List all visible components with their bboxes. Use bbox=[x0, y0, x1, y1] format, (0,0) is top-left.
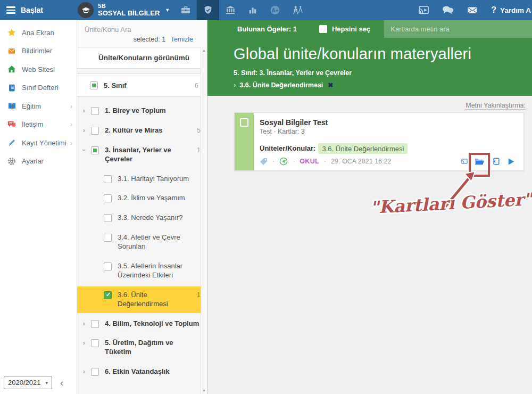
chevron-right-icon: › bbox=[234, 81, 236, 89]
tree-item-count: 1 bbox=[194, 291, 201, 299]
unit-search-input[interactable] bbox=[84, 25, 201, 34]
tree-scrollbar[interactable]: ▲ ▼ bbox=[201, 47, 207, 394]
sidebar-item-ana-ekran[interactable]: Ana Ekran bbox=[0, 23, 77, 42]
tree-checkbox[interactable] bbox=[91, 146, 99, 154]
annotation-text: "Kartları Göster" bbox=[360, 188, 532, 218]
chevron-right-icon[interactable]: › bbox=[77, 319, 91, 328]
chat-bubbles-icon[interactable] bbox=[442, 5, 454, 15]
chevron-right-icon[interactable]: › bbox=[77, 367, 91, 376]
tree-item-3-6-unite-degerlendirmesi[interactable]: 3.6. Ünite Değerlendirmesi1 bbox=[77, 286, 207, 313]
sidebar-item-i-letisim[interactable]: İletişim› bbox=[0, 116, 77, 134]
tree-item-label: 2. Kültür ve Miras bbox=[105, 126, 162, 135]
sidebar-item-label: Sınıf Defteri bbox=[22, 84, 72, 92]
tree-checkbox[interactable] bbox=[91, 339, 99, 347]
tag-icon[interactable] bbox=[260, 158, 268, 166]
page-title: Global ünite/konuların materyalleri bbox=[234, 45, 532, 63]
sidebar-item-kayit-yonetimi[interactable]: Kayıt Yönetimi› bbox=[0, 134, 77, 152]
cast-small-icon[interactable] bbox=[461, 158, 468, 165]
sidebar-item-label: Kayıt Yönetimi bbox=[22, 139, 70, 147]
sidebar-item-sinif-defteri[interactable]: Sınıf Defteri bbox=[0, 79, 77, 97]
card-checkbox[interactable] bbox=[240, 118, 248, 127]
sidebar-item-web-sitesi[interactable]: Web Sitesi bbox=[0, 60, 77, 79]
tree-checkbox[interactable] bbox=[91, 320, 99, 328]
chevron-right-icon[interactable]: › bbox=[77, 339, 91, 347]
tree-item-3-5-afetlerin-i-nsanlar-uzerindeki-etkileri[interactable]: 3.5. Afetlerin İnsanlar Üzerindeki Etkil… bbox=[77, 258, 207, 284]
tree-item-3-3-nerede-yasanir[interactable]: 3.3. Nerede Yaşanır? bbox=[77, 209, 207, 227]
scroll-down-icon[interactable]: ▼ bbox=[202, 389, 206, 392]
tree-item-label: 4. Bilim, Teknoloji ve Toplum bbox=[105, 319, 199, 329]
tree-item-2-kultur-ve-miras[interactable]: ›2. Kültür ve Miras5 bbox=[77, 122, 207, 139]
tree-root-row[interactable]: 5. Sınıf 6 bbox=[77, 73, 207, 97]
notebook-icon bbox=[7, 83, 16, 92]
clear-selection-link[interactable]: Temizle bbox=[171, 36, 193, 43]
svg-text:A+: A+ bbox=[271, 7, 278, 13]
tree-checkbox[interactable] bbox=[91, 368, 99, 376]
tree-selection-status: selected: 1 Temizle bbox=[84, 34, 201, 44]
unit-chip: 3.6. Ünite Değerlendirmesi bbox=[318, 143, 408, 154]
tree-item-label: 1. Birey ve Toplum bbox=[105, 106, 166, 116]
tree-item-5-uretim-dagitim-ve-tuketim[interactable]: ›5. Üretim, Dağıtım ve Tüketim bbox=[77, 334, 207, 361]
tree-item-4-bilim-teknoloji-ve-toplum[interactable]: ›4. Bilim, Teknoloji ve Toplum bbox=[77, 315, 207, 333]
tree-checkbox[interactable] bbox=[104, 175, 112, 183]
sidebar-item-label: Web Sitesi bbox=[22, 65, 72, 73]
remove-filter-icon[interactable]: ✖ bbox=[328, 81, 333, 89]
tree-checkbox[interactable] bbox=[104, 291, 112, 299]
breadcrumb-current: 3.6. Ünite Değerlendirmesi bbox=[239, 81, 323, 89]
shield-check-icon[interactable] bbox=[197, 0, 219, 20]
found-items-count: Bulunan Ögeler: 1 bbox=[237, 25, 297, 33]
sidebar-item-bildirimler[interactable]: Bildirimler bbox=[0, 42, 77, 61]
mail-icon[interactable] bbox=[467, 5, 478, 15]
tree-checkbox[interactable] bbox=[91, 127, 99, 135]
chevron-right-icon[interactable]: › bbox=[77, 126, 91, 135]
gear-icon bbox=[7, 157, 16, 166]
content-body: Metni Yakınlaştırma: Sosyal Bilgiler Tes… bbox=[207, 96, 532, 371]
scroll-up-icon[interactable]: ▲ bbox=[202, 48, 206, 52]
menu-icon[interactable] bbox=[6, 6, 15, 14]
tree-item-6-etkin-vatandaslik[interactable]: ›6. Etkin Vatandaşlık bbox=[77, 363, 207, 381]
globe-share-icon[interactable] bbox=[279, 157, 288, 166]
tree-checkbox[interactable] bbox=[104, 194, 112, 202]
topbar-right: ? Yardım A bbox=[418, 0, 531, 20]
tree-checkbox[interactable] bbox=[104, 262, 112, 270]
material-card[interactable]: Sosyal Bilgiler Test Test · Kartlar: 3 Ü… bbox=[234, 112, 524, 171]
book-icon bbox=[7, 102, 16, 111]
tree-checkbox[interactable] bbox=[91, 107, 99, 115]
class-selector[interactable]: 5B SOSYAL BİLGİLER ▼ bbox=[78, 0, 170, 20]
briefcase-icon[interactable] bbox=[174, 0, 197, 20]
tree-item-3-2-i-klim-ve-yasamim[interactable]: 3.2. İklim ve Yaşamım bbox=[77, 190, 207, 207]
show-cards-folder-icon[interactable] bbox=[475, 158, 485, 166]
tree-item-3-1-haritayi-taniyorum[interactable]: 3.1. Haritayı Tanıyorum bbox=[77, 170, 207, 188]
tree-root-count: 6 bbox=[192, 81, 198, 89]
select-all-control[interactable]: Hepsini seç bbox=[319, 25, 370, 33]
school-year-select[interactable]: 2020/2021 ▾ bbox=[4, 376, 52, 389]
bar-chart-icon[interactable] bbox=[242, 0, 264, 20]
text-zoom-control[interactable]: Metni Yakınlaştırma: bbox=[466, 102, 526, 110]
students-walking-icon[interactable] bbox=[286, 0, 309, 20]
tree-item-label: 3.1. Haritayı Tanıyorum bbox=[118, 175, 189, 184]
present-icon[interactable] bbox=[492, 157, 500, 166]
sidebar-item-ayarlar[interactable]: Ayarlar bbox=[0, 152, 77, 171]
chevron-down-icon: ▾ bbox=[45, 380, 48, 385]
sidebar-item-egitim[interactable]: Eğitim› bbox=[0, 97, 77, 116]
play-icon[interactable] bbox=[507, 158, 515, 166]
tree-checkbox[interactable] bbox=[104, 234, 112, 242]
root-checkbox[interactable] bbox=[90, 81, 98, 89]
tree-item-label: 3.5. Afetlerin İnsanlar Üzerindeki Etkil… bbox=[118, 262, 201, 280]
bank-icon[interactable] bbox=[219, 0, 242, 20]
select-all-checkbox[interactable] bbox=[319, 25, 327, 33]
collapse-sidebar-button[interactable]: ‹ bbox=[60, 377, 63, 388]
help-button[interactable]: ? Yardım A bbox=[491, 5, 531, 15]
tree-item-3-4-afetler-ve-cevre-sorunlari[interactable]: 3.4. Afetler ve Çevre Sorunları bbox=[77, 229, 207, 256]
cast-screen-icon[interactable] bbox=[418, 5, 429, 15]
card-text-search-input[interactable] bbox=[384, 20, 532, 38]
tree-item-1-birey-ve-toplum[interactable]: ›1. Birey ve Toplum bbox=[77, 102, 207, 120]
grade-a-plus-icon[interactable]: A+ bbox=[264, 0, 286, 20]
chevron-down-icon[interactable]: › bbox=[80, 143, 88, 157]
tree-checkbox[interactable] bbox=[104, 214, 112, 222]
breadcrumb-parent: 5. Sınıf: 3. İnsanlar, Yerler ve Çevrele… bbox=[234, 69, 532, 77]
unit-tree-panel: selected: 1 Temizle Ünite/Konuların görü… bbox=[77, 20, 207, 394]
tree-item-3-i-nsanlar-yerler-ve-cevreler[interactable]: ›3. İnsanlar, Yerler ve Çevreler1 bbox=[77, 142, 207, 168]
start-button[interactable]: Başlat bbox=[21, 6, 43, 14]
chevron-right-icon[interactable]: › bbox=[77, 106, 91, 115]
tree-item-count: 5 bbox=[194, 126, 201, 134]
